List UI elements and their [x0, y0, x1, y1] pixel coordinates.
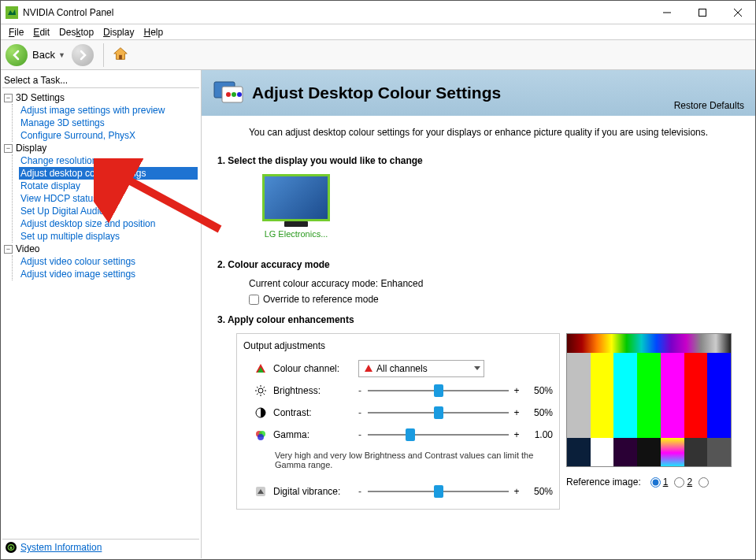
menu-desktop[interactable]: Desktop: [54, 26, 98, 39]
vibrance-slider[interactable]: [368, 484, 509, 499]
step-1: 1. Select the display you would like to …: [202, 149, 755, 245]
contrast-icon: [253, 407, 269, 418]
tree-item[interactable]: Set Up Digital Audio: [19, 205, 198, 217]
tree-group-video[interactable]: −Video: [4, 243, 198, 255]
home-button[interactable]: [112, 45, 129, 65]
step-3: 3. Apply colour enhancements Output adju…: [202, 311, 755, 516]
channel-label: Colour channel:: [273, 363, 355, 374]
gamma-icon: [253, 429, 269, 440]
override-label: Override to reference mode: [263, 294, 379, 305]
svg-point-14: [258, 388, 263, 393]
step-2: 2. Colour accuracy mode Current colour a…: [202, 245, 755, 311]
brightness-slider[interactable]: [368, 384, 509, 398]
maximize-button[interactable]: [684, 1, 720, 24]
svg-rect-5: [119, 55, 122, 60]
contrast-value: 50%: [521, 407, 553, 418]
system-information-link[interactable]: System Information: [20, 542, 102, 553]
svg-marker-13: [365, 365, 372, 372]
contrast-slider[interactable]: [368, 406, 509, 420]
ref-option-2[interactable]: 2: [674, 477, 692, 488]
display-thumb[interactable]: LG Electronics...: [257, 174, 335, 239]
tree-item[interactable]: View HDCP status: [19, 192, 198, 205]
sidebar-header: Select a Task...: [2, 73, 199, 88]
tree-item[interactable]: Adjust image settings with preview: [19, 104, 198, 117]
step-2-title: 2. Colour accuracy mode: [217, 259, 739, 270]
menu-edit[interactable]: Edit: [28, 26, 54, 39]
info-icon: ⦿: [6, 542, 17, 553]
back-button[interactable]: [6, 44, 28, 66]
svg-point-26: [258, 434, 264, 440]
window-title: NVIDIA Control Panel: [23, 7, 649, 18]
minimize-button[interactable]: [649, 1, 684, 24]
svg-rect-2: [699, 9, 706, 16]
ref-option-3[interactable]: [699, 477, 711, 488]
brightness-label: Brightness:: [273, 385, 355, 396]
reference-image-preview: [566, 333, 732, 467]
override-checkbox[interactable]: [249, 295, 259, 305]
gamma-value: 1.00: [521, 429, 553, 440]
tree-group-display[interactable]: −Display: [4, 142, 198, 154]
tree-group-3d[interactable]: −3D Settings: [4, 91, 198, 104]
svg-line-20: [264, 394, 265, 395]
channel-icon: [253, 363, 269, 374]
brightness-value: 50%: [521, 385, 553, 396]
content-pane: Adjust Desktop Colour Settings Restore D…: [202, 70, 755, 558]
svg-line-21: [257, 394, 258, 395]
gamma-slider[interactable]: [368, 428, 509, 442]
tree-item[interactable]: Manage 3D settings: [19, 117, 198, 129]
menubar: File Edit Desktop Display Help: [1, 24, 755, 40]
tree-item[interactable]: Adjust desktop size and position: [19, 217, 198, 230]
nvidia-icon: [6, 6, 18, 19]
tree-item[interactable]: Adjust video image settings: [19, 268, 198, 280]
menu-file[interactable]: File: [4, 26, 28, 39]
output-adjustments-label: Output adjustments: [243, 340, 553, 351]
output-adjustments-panel: Output adjustments Colour channel: All c…: [236, 333, 560, 510]
back-dropdown[interactable]: ▼: [58, 51, 65, 59]
page-intro: You can adjust desktop colour settings f…: [202, 116, 755, 149]
restore-defaults-link[interactable]: Restore Defaults: [674, 100, 744, 111]
svg-point-8: [226, 92, 231, 97]
tree-item[interactable]: Set up multiple displays: [19, 230, 198, 243]
sidebar: Select a Task... −3D Settings Adjust ima…: [1, 70, 202, 558]
ref-option-1[interactable]: 1: [650, 477, 669, 488]
svg-line-22: [264, 387, 265, 388]
gamma-note: Very high and very low Brightness and Co…: [275, 451, 550, 469]
gamma-label: Gamma:: [273, 429, 355, 440]
tree-item[interactable]: Change resolution: [19, 154, 198, 167]
menu-display[interactable]: Display: [98, 26, 139, 39]
tree-item-selected[interactable]: Adjust desktop colour settings: [19, 167, 198, 180]
sidebar-footer: ⦿ System Information: [2, 539, 199, 555]
reference-image-row: Reference image: 1 2: [566, 477, 739, 488]
reference-label: Reference image:: [566, 477, 641, 488]
svg-point-9: [232, 92, 236, 97]
step-1-title: 1. Select the display you would like to …: [217, 155, 739, 166]
svg-point-10: [237, 92, 242, 97]
step-3-title: 3. Apply colour enhancements: [217, 314, 739, 325]
forward-button[interactable]: [72, 44, 94, 66]
banner-icon: [213, 77, 244, 109]
contrast-label: Contrast:: [273, 407, 355, 418]
channel-select[interactable]: All channels: [358, 360, 484, 377]
tree-item[interactable]: Rotate display: [19, 180, 198, 192]
vibrance-label: Digital vibrance:: [273, 486, 355, 497]
display-name: LG Electronics...: [257, 229, 335, 239]
svg-line-19: [257, 387, 258, 388]
back-label: Back: [32, 49, 55, 61]
page-title: Adjust Desktop Colour Settings: [252, 83, 501, 102]
tree-item[interactable]: Adjust video colour settings: [19, 255, 198, 268]
menu-help[interactable]: Help: [139, 26, 168, 39]
titlebar: NVIDIA Control Panel: [1, 1, 755, 24]
tree-item[interactable]: Configure Surround, PhysX: [19, 129, 198, 142]
task-tree: −3D Settings Adjust image settings with …: [2, 88, 199, 539]
vibrance-value: 50%: [521, 486, 553, 497]
page-banner: Adjust Desktop Colour Settings Restore D…: [202, 70, 755, 116]
toolbar: Back ▼: [1, 40, 755, 70]
brightness-icon: [253, 385, 269, 396]
accuracy-mode-text: Current colour accuracy mode: Enhanced: [249, 278, 739, 289]
monitor-icon: [262, 174, 330, 221]
close-button[interactable]: [720, 1, 755, 24]
vibrance-icon: [253, 486, 269, 497]
